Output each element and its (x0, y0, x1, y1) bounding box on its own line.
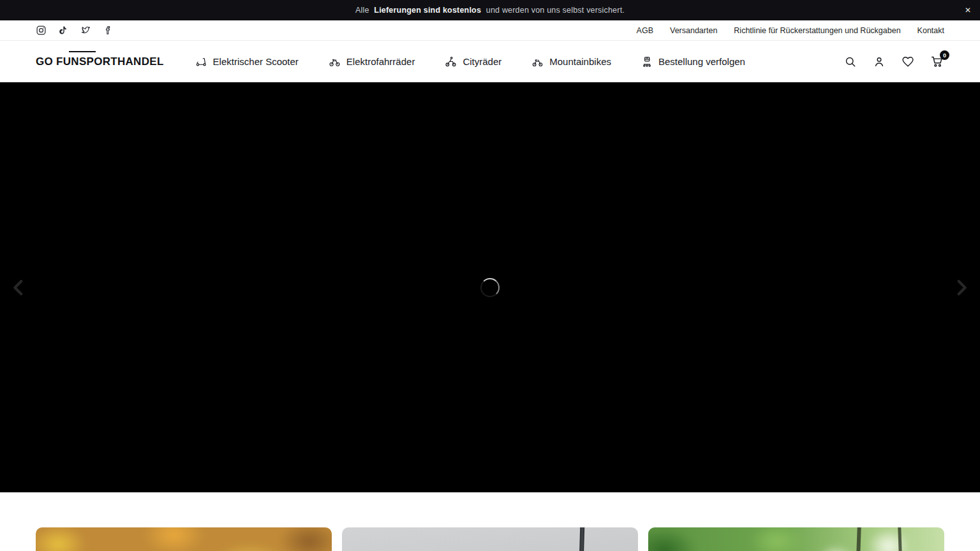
instagram-icon[interactable] (36, 25, 47, 36)
wishlist-heart-icon[interactable] (902, 55, 914, 68)
hero-carousel (0, 82, 980, 492)
logo[interactable]: GO FUNSPORTHANDEL (36, 55, 164, 68)
main-header: GO FUNSPORTHANDEL Elektrischer Scooter E… (0, 41, 980, 82)
close-icon[interactable]: ✕ (965, 0, 971, 20)
nav-item-cityraeder[interactable]: Cityräder (444, 55, 501, 68)
header-actions: 0 (844, 55, 944, 68)
link-agb[interactable]: AGB (637, 26, 653, 35)
promo-card-forest[interactable] (648, 527, 944, 551)
mountainbike-icon (531, 56, 544, 68)
utility-bar: AGB Versandarten Richtlinie für Rückerst… (0, 20, 980, 41)
nav-item-elektrofahrraeder[interactable]: Elektrofahrräder (328, 56, 415, 68)
nav-item-bestellung-verfolgen[interactable]: Bestellung verfolgen (641, 55, 745, 68)
autumn-photo (36, 527, 332, 551)
nav-label: Mountainbikes (549, 56, 611, 67)
promo-card-studio-scooter[interactable] (342, 527, 638, 551)
nav-item-elektrischer-scooter[interactable]: Elektrischer Scooter (195, 55, 299, 68)
scooter-icon (195, 55, 208, 68)
announcement-text: Alle Lieferungen sind kostenlos und werd… (355, 6, 625, 15)
promo-cards-section (0, 492, 980, 551)
citybike-rider-icon (444, 55, 457, 68)
ebike-icon (328, 56, 341, 68)
account-icon[interactable] (873, 55, 886, 68)
nav-label: Bestellung verfolgen (658, 56, 745, 67)
main-nav: Elektrischer Scooter Elektrofahrräder Ci… (195, 55, 844, 68)
utility-links: AGB Versandarten Richtlinie für Rückerst… (637, 26, 944, 35)
link-rueckerstattungen[interactable]: Richtlinie für Rückerstattungen und Rück… (734, 26, 900, 35)
carousel-prev-icon[interactable] (8, 274, 29, 302)
link-kontakt[interactable]: Kontakt (917, 26, 944, 35)
order-tracking-icon (641, 55, 653, 68)
search-icon[interactable] (844, 55, 857, 68)
carousel-next-icon[interactable] (951, 274, 972, 302)
twitter-icon[interactable] (80, 25, 91, 36)
nav-label: Cityräder (463, 56, 501, 67)
cart-icon[interactable]: 0 (930, 55, 944, 68)
link-versandarten[interactable]: Versandarten (670, 26, 717, 35)
announcement-bar: Alle Lieferungen sind kostenlos und werd… (0, 0, 980, 20)
nav-label: Elektrofahrräder (346, 56, 415, 67)
studio-photo (342, 527, 638, 551)
tiktok-icon[interactable] (58, 25, 68, 36)
announcement-suffix: und werden von uns selbst versichert. (484, 6, 625, 15)
loading-spinner (480, 278, 500, 297)
promo-card-autumn-rider[interactable] (36, 527, 332, 551)
announcement-highlight: Lieferungen sind kostenlos (374, 6, 481, 15)
nav-label: Elektrischer Scooter (213, 56, 299, 67)
cart-count-badge: 0 (940, 50, 949, 60)
social-links (36, 25, 112, 36)
nav-item-mountainbikes[interactable]: Mountainbikes (531, 56, 611, 68)
facebook-icon[interactable] (103, 25, 112, 36)
announcement-prefix: Alle (355, 6, 371, 15)
